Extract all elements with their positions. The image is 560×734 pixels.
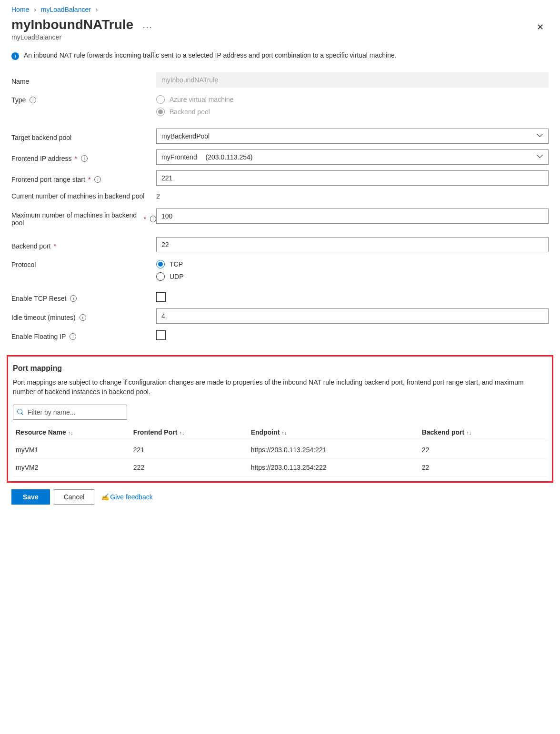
type-radio-vm: Azure virtual machine — [156, 95, 549, 104]
cell-backend: 22 — [419, 458, 547, 476]
sort-icon: ↑↓ — [281, 430, 287, 436]
name-label: Name — [11, 78, 29, 85]
current-machines-label: Current number of machines in backend po… — [11, 192, 144, 200]
cell-endpoint: https://203.0.113.254:222 — [248, 458, 419, 476]
info-banner-text: An inbound NAT rule forwards incoming tr… — [24, 51, 397, 59]
search-icon — [17, 409, 24, 416]
page-subtitle: myLoadBalancer — [11, 33, 532, 41]
protocol-udp-label: UDP — [170, 273, 184, 280]
current-machines-value: 2 — [156, 191, 549, 200]
cell-resource: myVM2 — [13, 458, 130, 476]
frontend-ip-label: Frontend IP address — [11, 155, 72, 162]
required-indicator: * — [88, 176, 90, 183]
info-icon[interactable]: i — [30, 97, 36, 103]
port-mapping-section: Port mapping Port mappings are subject t… — [7, 355, 553, 483]
sort-icon: ↑↓ — [466, 430, 471, 436]
cell-frontend: 222 — [130, 458, 248, 476]
port-mapping-table: Resource Name↑↓ Frontend Port↑↓ Endpoint… — [13, 425, 547, 476]
page-title: myInboundNATrule — [11, 17, 133, 32]
info-banner: i An inbound NAT rule forwards incoming … — [11, 50, 549, 69]
type-radio-pool-label: Backend pool — [170, 108, 210, 116]
info-icon[interactable]: i — [80, 314, 86, 321]
info-icon: i — [11, 52, 19, 60]
sort-icon: ↑↓ — [68, 430, 73, 436]
info-icon[interactable]: i — [81, 155, 88, 162]
filter-box[interactable] — [13, 405, 127, 420]
required-indicator: * — [143, 215, 146, 223]
info-icon[interactable]: i — [94, 176, 101, 183]
more-actions-button[interactable]: ··· — [143, 22, 153, 32]
info-icon[interactable]: i — [70, 333, 76, 340]
cell-backend: 22 — [419, 441, 547, 458]
col-endpoint[interactable]: Endpoint↑↓ — [248, 425, 419, 441]
breadcrumb: Home › myLoadBalancer › — [11, 4, 549, 17]
protocol-label: Protocol — [11, 261, 36, 268]
cancel-button[interactable]: Cancel — [54, 489, 95, 505]
close-button[interactable]: ✕ — [532, 17, 549, 37]
max-machines-label: Maximum number of machines in backend po… — [11, 211, 140, 227]
chevron-down-icon — [538, 154, 543, 160]
cell-endpoint: https://203.0.113.254:221 — [248, 441, 419, 458]
table-row: myVM2222https://203.0.113.254:22222 — [13, 458, 547, 476]
frontend-ip-name: myFrontend — [161, 153, 197, 161]
name-input — [156, 72, 549, 88]
col-resource-name[interactable]: Resource Name↑↓ — [13, 425, 130, 441]
save-button[interactable]: Save — [11, 489, 50, 505]
required-indicator: * — [75, 155, 77, 162]
type-radio-vm-label: Azure virtual machine — [170, 96, 234, 103]
target-pool-select[interactable]: myBackendPool — [156, 129, 549, 144]
port-mapping-title: Port mapping — [13, 364, 547, 373]
table-row: myVM1221https://203.0.113.254:22122 — [13, 441, 547, 458]
idle-timeout-label: Idle timeout (minutes) — [11, 314, 76, 321]
target-pool-label: Target backend pool — [11, 134, 71, 141]
protocol-tcp-label: TCP — [170, 260, 183, 268]
frontend-ip-extra: (203.0.113.254) — [206, 153, 253, 161]
sort-icon: ↑↓ — [179, 430, 184, 436]
col-frontend-port[interactable]: Frontend Port↑↓ — [130, 425, 248, 441]
info-icon[interactable]: i — [150, 216, 156, 222]
type-label: Type — [11, 96, 26, 104]
idle-timeout-input[interactable] — [156, 308, 549, 324]
filter-input[interactable] — [27, 408, 123, 417]
give-feedback-link[interactable]: ✍Give feedback — [101, 493, 153, 501]
backend-port-label: Backend port — [11, 242, 51, 250]
type-radio-pool: Backend pool — [156, 108, 549, 116]
protocol-radio-tcp[interactable]: TCP — [156, 260, 549, 268]
required-indicator: * — [54, 242, 56, 250]
port-range-start-input[interactable] — [156, 170, 549, 186]
breadcrumb-parent[interactable]: myLoadBalancer — [41, 6, 91, 13]
target-pool-value: myBackendPool — [161, 132, 210, 140]
backend-port-input[interactable] — [156, 237, 549, 252]
protocol-radio-udp[interactable]: UDP — [156, 272, 549, 281]
chevron-down-icon — [538, 133, 543, 139]
chevron-right-icon: › — [93, 6, 101, 13]
floating-ip-label: Enable Floating IP — [11, 333, 66, 340]
col-backend-port[interactable]: Backend port↑↓ — [419, 425, 547, 441]
port-range-start-label: Frontend port range start — [11, 176, 85, 183]
port-mapping-description: Port mappings are subject to change if c… — [13, 377, 547, 397]
chevron-right-icon: › — [31, 6, 39, 13]
feedback-icon: ✍ — [101, 493, 109, 501]
max-machines-input[interactable] — [156, 208, 549, 224]
cell-frontend: 221 — [130, 441, 248, 458]
info-icon[interactable]: i — [70, 295, 77, 302]
floating-ip-checkbox[interactable] — [156, 330, 166, 340]
tcp-reset-label: Enable TCP Reset — [11, 295, 66, 302]
breadcrumb-home[interactable]: Home — [11, 6, 29, 13]
cell-resource: myVM1 — [13, 441, 130, 458]
footer-actions: Save Cancel ✍Give feedback — [11, 489, 549, 505]
tcp-reset-checkbox[interactable] — [156, 292, 166, 302]
frontend-ip-select[interactable]: myFrontend (203.0.113.254) — [156, 149, 549, 165]
